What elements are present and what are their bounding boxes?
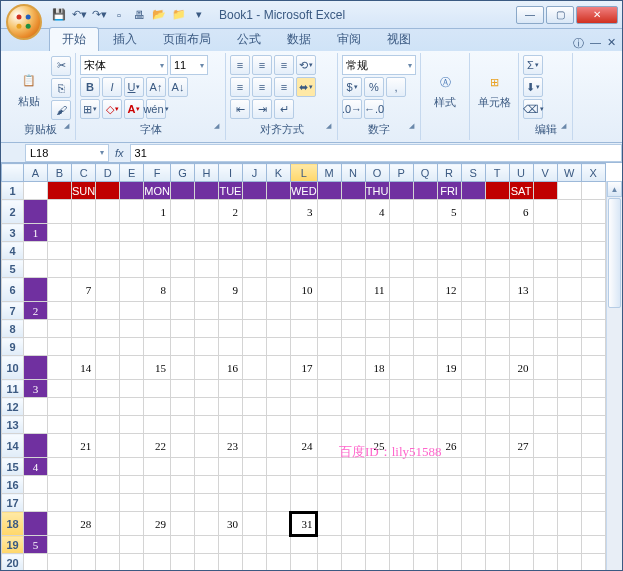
cell-O12[interactable]	[365, 398, 389, 416]
save-icon[interactable]: 💾	[51, 7, 67, 23]
cell-O9[interactable]	[365, 338, 389, 356]
cell-E12[interactable]	[120, 398, 144, 416]
cell-O2[interactable]: 4	[365, 200, 389, 224]
cell-R18[interactable]	[437, 512, 461, 536]
cell-C12[interactable]	[72, 398, 96, 416]
cell-H3[interactable]	[194, 224, 218, 242]
cell-A17[interactable]	[24, 494, 48, 512]
tab-layout[interactable]: 页面布局	[151, 28, 223, 51]
cell-X15[interactable]	[581, 458, 605, 476]
cell-N16[interactable]	[341, 476, 365, 494]
cell-B13[interactable]	[48, 416, 72, 434]
cell-U12[interactable]	[509, 398, 533, 416]
cell-N11[interactable]	[341, 380, 365, 398]
cell-M3[interactable]	[317, 224, 341, 242]
cell-W13[interactable]	[557, 416, 581, 434]
col-header-A[interactable]: A	[24, 164, 48, 182]
cell-L16[interactable]	[290, 476, 317, 494]
bold-button[interactable]: B	[80, 77, 100, 97]
cell-U8[interactable]	[509, 320, 533, 338]
cell-K8[interactable]	[266, 320, 290, 338]
cell-H6[interactable]	[194, 278, 218, 302]
col-header-X[interactable]: X	[581, 164, 605, 182]
cell-Q12[interactable]	[413, 398, 437, 416]
cell-S9[interactable]	[461, 338, 485, 356]
row-header-16[interactable]: 16	[2, 476, 24, 494]
row-header-11[interactable]: 11	[2, 380, 24, 398]
vertical-scrollbar[interactable]: ▲	[606, 181, 622, 571]
cell-T10[interactable]	[485, 356, 509, 380]
cell-U20[interactable]	[509, 554, 533, 572]
cell-O5[interactable]	[365, 260, 389, 278]
cell-U19[interactable]	[509, 536, 533, 554]
cell-F6[interactable]: 8	[144, 278, 171, 302]
cell-K6[interactable]	[266, 278, 290, 302]
cell-R13[interactable]	[437, 416, 461, 434]
cell-S10[interactable]	[461, 356, 485, 380]
cell-V12[interactable]	[533, 398, 557, 416]
cell-C15[interactable]	[72, 458, 96, 476]
cells-button[interactable]: ⊞ 单元格	[474, 55, 514, 124]
cell-C11[interactable]	[72, 380, 96, 398]
cell-O10[interactable]: 18	[365, 356, 389, 380]
cell-E3[interactable]	[120, 224, 144, 242]
row-header-13[interactable]: 13	[2, 416, 24, 434]
cell-M1[interactable]	[317, 182, 341, 200]
indent-dec-button[interactable]: ⇤	[230, 99, 250, 119]
cell-W15[interactable]	[557, 458, 581, 476]
cell-F3[interactable]	[144, 224, 171, 242]
cell-S4[interactable]	[461, 242, 485, 260]
cell-F17[interactable]	[144, 494, 171, 512]
cell-P6[interactable]	[389, 278, 413, 302]
cell-P15[interactable]	[389, 458, 413, 476]
cell-A16[interactable]	[24, 476, 48, 494]
font-color-button[interactable]: A	[124, 99, 144, 119]
cell-F15[interactable]	[144, 458, 171, 476]
merge-button[interactable]: ⬌	[296, 77, 316, 97]
cell-J3[interactable]	[242, 224, 266, 242]
cell-Q15[interactable]	[413, 458, 437, 476]
cell-C19[interactable]	[72, 536, 96, 554]
cell-A18[interactable]	[24, 512, 48, 536]
col-header-N[interactable]: N	[341, 164, 365, 182]
cell-N14[interactable]	[341, 434, 365, 458]
cell-Q4[interactable]	[413, 242, 437, 260]
orientation-button[interactable]: ⟲	[296, 55, 316, 75]
inc-decimal-button[interactable]: .0→	[342, 99, 362, 119]
cell-Q6[interactable]	[413, 278, 437, 302]
cell-T15[interactable]	[485, 458, 509, 476]
cell-W4[interactable]	[557, 242, 581, 260]
cell-V5[interactable]	[533, 260, 557, 278]
cell-T4[interactable]	[485, 242, 509, 260]
cell-A14[interactable]	[24, 434, 48, 458]
cell-X13[interactable]	[581, 416, 605, 434]
cell-U5[interactable]	[509, 260, 533, 278]
redo-icon[interactable]: ↷▾	[91, 7, 107, 23]
cell-P9[interactable]	[389, 338, 413, 356]
minimize-button[interactable]: —	[516, 6, 544, 24]
col-header-V[interactable]: V	[533, 164, 557, 182]
tab-formula[interactable]: 公式	[225, 28, 273, 51]
cell-R11[interactable]	[437, 380, 461, 398]
cell-T14[interactable]	[485, 434, 509, 458]
tab-insert[interactable]: 插入	[101, 28, 149, 51]
cell-G8[interactable]	[170, 320, 194, 338]
cell-R16[interactable]	[437, 476, 461, 494]
cell-M9[interactable]	[317, 338, 341, 356]
cell-R6[interactable]: 12	[437, 278, 461, 302]
cell-T5[interactable]	[485, 260, 509, 278]
cell-T18[interactable]	[485, 512, 509, 536]
cell-G9[interactable]	[170, 338, 194, 356]
cell-E19[interactable]	[120, 536, 144, 554]
cell-L11[interactable]	[290, 380, 317, 398]
cell-G17[interactable]	[170, 494, 194, 512]
cell-A2[interactable]	[24, 200, 48, 224]
cell-P5[interactable]	[389, 260, 413, 278]
cell-X2[interactable]	[581, 200, 605, 224]
cell-L14[interactable]: 24	[290, 434, 317, 458]
cell-X9[interactable]	[581, 338, 605, 356]
cell-U16[interactable]	[509, 476, 533, 494]
cell-V1[interactable]	[533, 182, 557, 200]
cell-U15[interactable]	[509, 458, 533, 476]
cell-I9[interactable]	[218, 338, 242, 356]
